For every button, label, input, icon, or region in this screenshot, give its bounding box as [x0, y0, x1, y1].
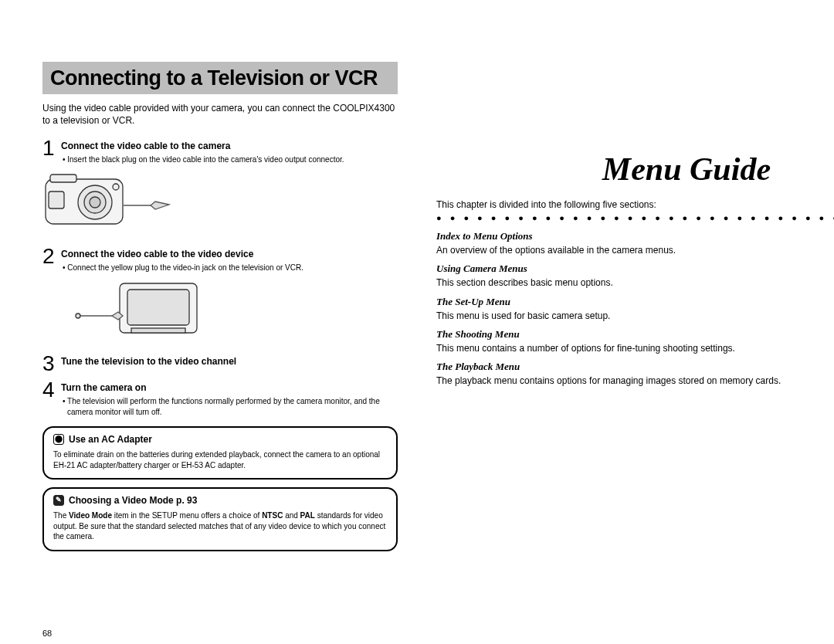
subsection-body: This menu contains a number of options f… [436, 342, 834, 354]
callout-ac-adapter: ⬤ Use an AC Adapter To eliminate drain o… [42, 426, 398, 480]
step-4: 4 Turn the camera on • The television wi… [42, 378, 398, 419]
svg-point-10 [76, 314, 80, 318]
step-bullet: • Connect the yellow plug to the video-i… [61, 263, 398, 273]
right-page: Menu Guide This chapter is divided into … [417, 62, 834, 621]
text: and [283, 511, 300, 520]
callout-head-text: Choosing a Video Mode p. 93 [69, 495, 197, 506]
tv-illustration [73, 279, 398, 344]
svg-rect-1 [50, 175, 76, 182]
chapter-title: Menu Guide [436, 151, 834, 188]
step-number: 1 [42, 136, 61, 159]
subsection-head: Index to Menu Options [436, 230, 834, 242]
step-number: 4 [42, 378, 61, 401]
step-body: Tune the television to the video channel [61, 351, 398, 370]
step-body: Turn the camera on • The television will… [61, 378, 398, 419]
subsection-body: This section describes basic menu option… [436, 276, 834, 289]
step-2: 2 Connect the video cable to the video d… [42, 244, 398, 275]
chapter-intro: This chapter is divided into the followi… [436, 198, 834, 211]
step-body: Connect the video cable to the video dev… [61, 244, 398, 275]
lightbulb-icon: ⬤ [53, 434, 64, 445]
right-main-column: Menu Guide This chapter is divided into … [436, 62, 834, 621]
callout-body: The Video Mode item in the SETUP menu of… [53, 510, 387, 542]
callout-head-text: Use an AC Adapter [69, 434, 152, 445]
step-bullet: • Insert the black plug on the video cab… [61, 154, 398, 165]
step-number: 3 [42, 351, 61, 375]
text: item in the SETUP menu offers a choice o… [112, 511, 262, 520]
subsection-body: This menu is used for basic camera setup… [436, 310, 834, 322]
callout-body: To eliminate drain on the batteries duri… [53, 449, 387, 470]
svg-point-6 [113, 184, 119, 190]
page-number-left: 68 [42, 629, 52, 638]
intro-text: Using the video cable provided with your… [42, 102, 398, 127]
step-number: 2 [42, 244, 61, 267]
subsection-head: Using Camera Menus [436, 263, 834, 275]
subsection-body: The playback menu contains options for m… [436, 375, 834, 387]
step-1: 1 Connect the video cable to the camera … [42, 136, 398, 167]
callout-heading: ✎ Choosing a Video Mode p. 93 [53, 495, 387, 506]
step-3: 3 Tune the television to the video chann… [42, 351, 398, 375]
bold-text: PAL [300, 511, 315, 520]
callout-heading: ⬤ Use an AC Adapter [53, 434, 387, 445]
subsection-head: The Playback Menu [436, 361, 834, 373]
step-bullet: • The television will perform the functi… [61, 396, 398, 417]
section-title: Connecting to a Television or VCR [42, 62, 398, 94]
svg-point-4 [90, 197, 100, 208]
callout-video-mode: ✎ Choosing a Video Mode p. 93 The Video … [42, 487, 398, 551]
subsection-head: The Shooting Menu [436, 328, 834, 341]
step-heading: Tune the television to the video channel [61, 351, 398, 367]
step-bullet-text: Connect the yellow plug to the video-in … [67, 263, 303, 272]
step-heading: Turn the camera on [61, 378, 398, 393]
text: The [53, 511, 69, 520]
svg-rect-8 [127, 290, 189, 325]
svg-rect-9 [131, 328, 185, 333]
bold-text: Video Mode [69, 511, 112, 520]
camera-illustration [42, 171, 398, 236]
svg-rect-5 [49, 192, 64, 208]
page-spread: Connecting to a Television or VCR Using … [0, 0, 834, 644]
subsection-head: The Set-Up Menu [436, 296, 834, 308]
step-heading: Connect the video cable to the video dev… [61, 244, 398, 259]
note-icon: ✎ [53, 495, 64, 506]
step-body: Connect the video cable to the camera • … [61, 136, 398, 167]
left-page: Connecting to a Television or VCR Using … [23, 62, 417, 621]
step-bullet-text: Insert the black plug on the video cable… [67, 155, 344, 164]
dotted-rule: ● ● ● ● ● ● ● ● ● ● ● ● ● ● ● ● ● ● ● ● … [436, 214, 834, 222]
step-heading: Connect the video cable to the camera [61, 136, 398, 151]
subsection-body: An overview of the options available in … [436, 244, 834, 256]
bold-text: NTSC [262, 511, 283, 520]
step-bullet-text: The television will perform the function… [67, 397, 380, 416]
